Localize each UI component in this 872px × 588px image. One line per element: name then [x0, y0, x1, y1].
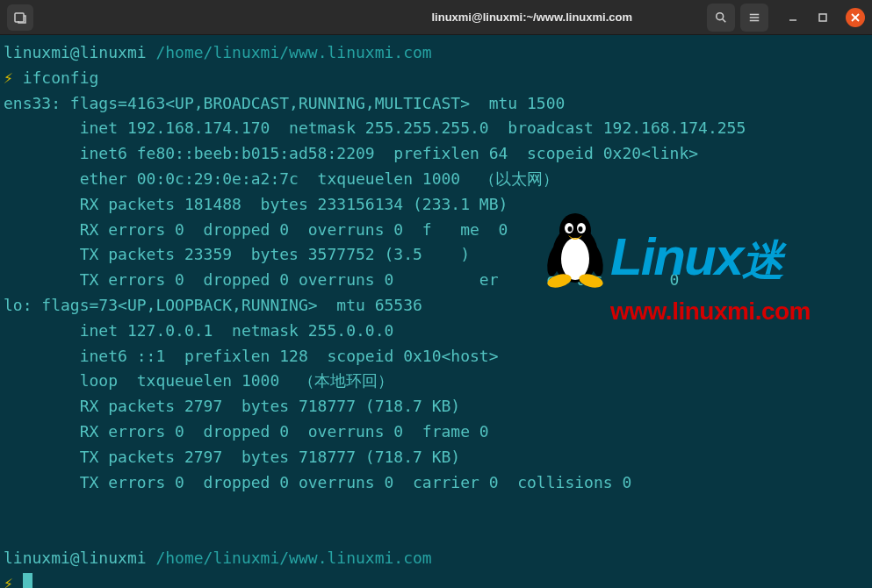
- output-line: TX packets 2797 bytes 718777 (718.7 KB): [4, 445, 868, 470]
- minimize-button[interactable]: [786, 11, 800, 25]
- svg-rect-7: [819, 14, 826, 21]
- output-line: TX errors 0 dropped 0 overruns 0 er c li…: [4, 268, 868, 293]
- new-tab-icon: [13, 11, 27, 25]
- output-line: inet 127.0.0.1 netmask 255.0.0.0: [4, 319, 868, 344]
- output-line: RX packets 2797 bytes 718777 (718.7 KB): [4, 394, 868, 419]
- output-line: inet6 fe80::beeb:b015:ad58:2209 prefixle…: [4, 141, 868, 167]
- svg-line-2: [723, 18, 726, 22]
- terminal-area[interactable]: linuxmi@linuxmi /home/linuxmi/www.linuxm…: [0, 35, 872, 588]
- output-line: ens33: flags=4163<UP,BROADCAST,RUNNING,M…: [4, 91, 868, 117]
- window-title: linuxmi@linuxmi:~/www.linuxmi.com: [357, 11, 708, 24]
- titlebar-right: [707, 4, 865, 32]
- titlebar-left: [7, 4, 357, 31]
- output-line: inet 192.168.174.170 netmask 255.255.255…: [4, 116, 868, 141]
- search-button[interactable]: [707, 4, 735, 32]
- lightning-icon: ⚡: [4, 574, 13, 588]
- prompt-line-1: linuxmi@linuxmi /home/linuxmi/www.linuxm…: [4, 40, 868, 66]
- output-line: loop txqueuelen 1000 （本地环回）: [4, 369, 868, 394]
- prompt-path: /home/linuxmi/www.linuxmi.com: [155, 43, 431, 61]
- command-line-2: ⚡: [4, 571, 868, 588]
- maximize-icon: [818, 12, 828, 23]
- new-tab-button[interactable]: [7, 4, 33, 31]
- lightning-icon: ⚡: [4, 68, 13, 87]
- prompt-path: /home/linuxmi/www.linuxmi.com: [155, 549, 431, 567]
- output-line: RX packets 181488 bytes 233156134 (233.1…: [4, 192, 868, 218]
- prompt-line-2: linuxmi@linuxmi /home/linuxmi/www.linuxm…: [4, 546, 868, 571]
- prompt-user: linuxmi@linuxmi: [4, 549, 147, 567]
- svg-point-1: [717, 12, 724, 19]
- output-line: RX errors 0 dropped 0 overruns 0 f me 0: [4, 218, 868, 243]
- output-line: TX errors 0 dropped 0 overruns 0 carrier…: [4, 470, 868, 496]
- command-line-1: ⚡ ifconfig: [4, 66, 868, 91]
- output-line: [4, 495, 868, 520]
- hamburger-icon: [748, 11, 760, 24]
- output-line: TX packets 23359 bytes 3577752 (3.5 ): [4, 242, 868, 268]
- output-line: RX errors 0 dropped 0 overruns 0 frame 0: [4, 419, 868, 445]
- prompt-user: linuxmi@linuxmi: [4, 43, 147, 61]
- minimize-icon: [788, 12, 798, 23]
- menu-button[interactable]: [740, 4, 768, 32]
- terminal-cursor: [23, 573, 32, 588]
- close-button[interactable]: [846, 8, 865, 27]
- maximize-button[interactable]: [816, 11, 830, 25]
- output-line: lo: flags=73<UP,LOOPBACK,RUNNING> mtu 65…: [4, 293, 868, 319]
- window-controls: [786, 8, 865, 27]
- svg-rect-0: [15, 13, 24, 22]
- output-line: ether 00:0c:29:0e:a2:7c txqueuelen 1000 …: [4, 167, 868, 192]
- search-icon: [715, 11, 727, 24]
- close-icon: [851, 13, 860, 22]
- output-line: [4, 520, 868, 546]
- window-titlebar: linuxmi@linuxmi:~/www.linuxmi.com: [0, 0, 872, 35]
- command-text: ifconfig: [23, 68, 99, 87]
- output-line: inet6 ::1 prefixlen 128 scopeid 0x10<hos…: [4, 344, 868, 369]
